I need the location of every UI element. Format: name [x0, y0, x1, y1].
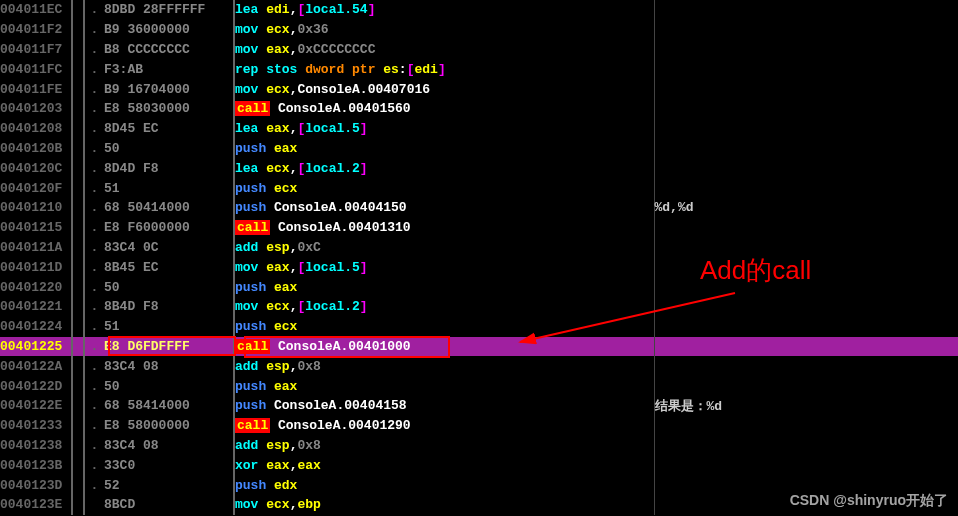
address-cell: 00401210 [0, 198, 72, 218]
disasm-row[interactable]: 0040122D.50push eax [0, 376, 958, 396]
address-cell: 0040120F [0, 178, 72, 198]
disasm-row[interactable]: 0040120F.51push ecx [0, 178, 958, 198]
disasm-row[interactable]: 004011EC.8DBD 28FFFFFFlea edi,[local.54] [0, 0, 958, 20]
bytes-cell: 50 [104, 139, 234, 159]
bytes-cell: 8D45 EC [104, 119, 234, 139]
comment-cell [654, 436, 958, 456]
disasm-row[interactable]: 004011FE.B9 16704000mov ecx,ConsoleA.004… [0, 79, 958, 99]
bytes-cell: B9 36000000 [104, 20, 234, 40]
comment-cell [654, 376, 958, 396]
comment-cell [654, 158, 958, 178]
comment-cell [654, 20, 958, 40]
bytes-cell: 83C4 0C [104, 238, 234, 258]
disasm-row[interactable]: 0040121D.8B45 ECmov eax,[local.5] [0, 257, 958, 277]
disasm-cell: call ConsoleA.00401000 [234, 337, 654, 357]
address-cell: 004011F2 [0, 20, 72, 40]
disasm-row[interactable]: 00401220.50push eax [0, 277, 958, 297]
address-cell: 00401208 [0, 119, 72, 139]
disasm-row[interactable]: 00401238.83C4 08add esp,0x8 [0, 436, 958, 456]
bytes-cell: E8 F6000000 [104, 218, 234, 238]
bytes-cell: 68 50414000 [104, 198, 234, 218]
bytes-cell: 8D4D F8 [104, 158, 234, 178]
disasm-cell: push edx [234, 475, 654, 495]
comment-cell [654, 79, 958, 99]
comment-cell [654, 455, 958, 475]
disasm-row[interactable]: 00401225.E8 D6FDFFFFcall ConsoleA.004010… [0, 337, 958, 357]
disasm-cell: mov ecx,[local.2] [234, 297, 654, 317]
disasm-cell: lea ecx,[local.2] [234, 158, 654, 178]
comment-cell [654, 119, 958, 139]
disasm-cell: mov ecx,0x36 [234, 20, 654, 40]
disasm-row[interactable]: 00401208.8D45 EClea eax,[local.5] [0, 119, 958, 139]
disasm-cell: push ConsoleA.00404158 [234, 396, 654, 416]
disasm-cell: push eax [234, 139, 654, 159]
disasm-cell: mov ecx,ebp [234, 495, 654, 515]
address-cell: 0040123E [0, 495, 72, 515]
bytes-cell: 50 [104, 376, 234, 396]
comment-cell [654, 139, 958, 159]
watermark: CSDN @shinyruo开始了 [790, 492, 948, 510]
bytes-cell: F3:AB [104, 59, 234, 79]
disasm-row[interactable]: 0040120C.8D4D F8lea ecx,[local.2] [0, 158, 958, 178]
comment-cell: %d,%d [654, 198, 958, 218]
bytes-cell: 83C4 08 [104, 436, 234, 456]
address-cell: 0040123D [0, 475, 72, 495]
disasm-cell: push ConsoleA.00404150 [234, 198, 654, 218]
address-cell: 00401215 [0, 218, 72, 238]
disasm-cell: push ecx [234, 317, 654, 337]
disasm-row[interactable]: 0040120B.50push eax [0, 139, 958, 159]
disasm-cell: mov ecx,ConsoleA.00407016 [234, 79, 654, 99]
address-cell: 00401220 [0, 277, 72, 297]
comment-cell [654, 99, 958, 119]
disasm-row[interactable]: 00401221.8B4D F8mov ecx,[local.2] [0, 297, 958, 317]
address-cell: 00401225 [0, 337, 72, 357]
bytes-cell: B9 16704000 [104, 79, 234, 99]
address-cell: 00401224 [0, 317, 72, 337]
disasm-row[interactable]: 00401224.51push ecx [0, 317, 958, 337]
disassembly-table: 004011EC.8DBD 28FFFFFFlea edi,[local.54]… [0, 0, 958, 515]
comment-cell [654, 218, 958, 238]
disasm-row[interactable]: 00401210.68 50414000push ConsoleA.004041… [0, 198, 958, 218]
disasm-row[interactable]: 0040122A.83C4 08add esp,0x8 [0, 356, 958, 376]
disasm-row[interactable]: 0040122E.68 58414000push ConsoleA.004041… [0, 396, 958, 416]
disasm-cell: lea eax,[local.5] [234, 119, 654, 139]
disasm-cell: call ConsoleA.00401310 [234, 218, 654, 238]
disasm-row[interactable]: 0040123B.33C0xor eax,eax [0, 455, 958, 475]
disasm-cell: rep stos dword ptr es:[edi] [234, 59, 654, 79]
annotation-label: Add的call [700, 253, 811, 288]
comment-cell [654, 317, 958, 337]
disasm-row[interactable]: 00401215.E8 F6000000call ConsoleA.004013… [0, 218, 958, 238]
address-cell: 0040121D [0, 257, 72, 277]
comment-cell [654, 337, 958, 357]
bytes-cell: E8 58030000 [104, 99, 234, 119]
bytes-cell: 50 [104, 277, 234, 297]
comment-cell [654, 178, 958, 198]
bytes-cell: 52 [104, 475, 234, 495]
bytes-cell: 8BCD [104, 495, 234, 515]
disasm-row[interactable]: 004011F7.B8 CCCCCCCCmov eax,0xCCCCCCCC [0, 40, 958, 60]
comment-cell [654, 0, 958, 20]
disasm-row[interactable]: 004011F2.B9 36000000mov ecx,0x36 [0, 20, 958, 40]
disasm-cell: mov eax,[local.5] [234, 257, 654, 277]
address-cell: 0040122A [0, 356, 72, 376]
bytes-cell: B8 CCCCCCCC [104, 40, 234, 60]
address-cell: 0040123B [0, 455, 72, 475]
address-cell: 0040121A [0, 238, 72, 258]
bytes-cell: 51 [104, 317, 234, 337]
address-cell: 0040120C [0, 158, 72, 178]
disasm-row[interactable]: 0040121A.83C4 0Cadd esp,0xC [0, 238, 958, 258]
bytes-cell: 33C0 [104, 455, 234, 475]
disasm-row[interactable]: 00401233.E8 58000000call ConsoleA.004012… [0, 416, 958, 436]
comment-cell [654, 297, 958, 317]
disasm-cell: add esp,0x8 [234, 436, 654, 456]
disasm-row[interactable]: 00401203.E8 58030000call ConsoleA.004015… [0, 99, 958, 119]
disasm-cell: push ecx [234, 178, 654, 198]
bytes-cell: 8B45 EC [104, 257, 234, 277]
address-cell: 004011EC [0, 0, 72, 20]
disasm-row[interactable]: 004011FC.F3:ABrep stos dword ptr es:[edi… [0, 59, 958, 79]
address-cell: 00401203 [0, 99, 72, 119]
disasm-cell: push eax [234, 277, 654, 297]
address-cell: 00401233 [0, 416, 72, 436]
comment-cell [654, 59, 958, 79]
bytes-cell: E8 58000000 [104, 416, 234, 436]
